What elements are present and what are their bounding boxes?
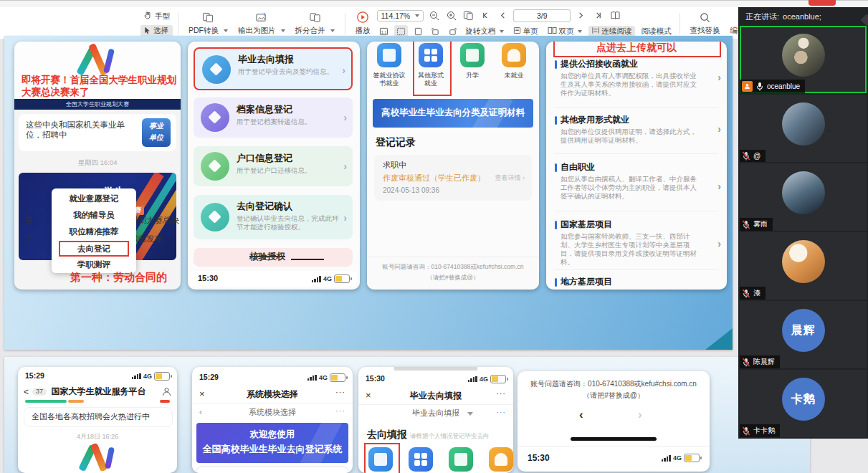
edit-content-button[interactable]: 编辑内容 — [725, 11, 739, 36]
pdf-page-4: 15:29 4G < 37 国家大学生就业服务平台 全国各地各高校招聘会火热进行… — [4, 357, 810, 473]
select-tool-button[interactable]: 选择 — [140, 25, 173, 37]
menu-item: 学职测评 — [52, 259, 136, 269]
handwritten-annotation: 第一种：劳动合同的 — [70, 271, 167, 285]
avatar — [782, 102, 825, 145]
find-replace-button[interactable]: 查找替换 — [685, 11, 725, 36]
participant-tile[interactable]: 雾雨 — [740, 163, 867, 231]
prev-page-button[interactable] — [496, 9, 510, 22]
participant-tile[interactable]: oceanblue — [740, 26, 867, 93]
export-image-button[interactable]: 输出为图片 — [233, 11, 290, 36]
menu-item: 就业意愿登记 — [52, 194, 136, 204]
screenshot-phone-modules: 毕业去向填报 用于登记毕业去向及签约信息。 › 档案信息登记 用于登记档案转递信… — [188, 42, 360, 290]
svg-text:1:1: 1:1 — [381, 29, 386, 34]
home-indicator — [571, 437, 657, 441]
zoom-level-select[interactable]: 114.17% — [377, 10, 424, 22]
banner-strip: 全国大学生职业规划大赛 — [14, 99, 181, 110]
play-button[interactable]: 播放 — [350, 11, 376, 36]
split-merge-button[interactable]: 拆分合并 — [290, 11, 340, 36]
news-item-text: 这些中央和国家机关事业单位，招聘中 — [26, 120, 133, 140]
zoom-out-button[interactable] — [427, 9, 441, 22]
participant-tile[interactable]: 晨辉 陈晨辉 — [740, 301, 867, 368]
household-icon — [201, 152, 229, 181]
module-card: 档案信息登记 用于登记档案转递信息。 › — [194, 97, 353, 138]
export-image-icon — [255, 11, 267, 24]
confirm-icon — [201, 203, 229, 231]
battery-icon — [684, 454, 700, 462]
unemployed-app-icon — [489, 447, 513, 472]
further-study-app-icon — [449, 447, 473, 472]
mic-muted-icon — [742, 151, 750, 161]
news-badge: 事业单位 — [142, 118, 171, 147]
participant-name-label: 卡卡鹅 — [740, 424, 780, 437]
continuous-read-icon — [591, 27, 600, 36]
window-close-button[interactable] — [809, 0, 836, 6]
participant-name-label: oceanblue — [740, 80, 805, 93]
pdf-canvas[interactable]: 即将开赛！首届全国大学生职业规划 大赛总决赛来了 全国大学生职业规划大赛 这些中… — [0, 40, 738, 473]
signal-icon — [312, 276, 321, 282]
mic-muted-icon — [742, 289, 750, 298]
hand-icon — [143, 11, 153, 22]
slide-corner-decoration — [705, 328, 733, 350]
menu-item: 职位精准推荐 — [52, 226, 136, 236]
support-footer: 账号问题请咨询：010-67410388或kefu#chsi.com.cn — [367, 263, 539, 271]
chevron-right-icon: › — [343, 161, 347, 173]
section-title: 去向填报 — [367, 429, 407, 441]
more-icon: ··· — [496, 389, 506, 399]
chevron-right-icon: › — [343, 212, 347, 225]
phone-status-bar: 15:30 4G — [191, 271, 357, 287]
double-page-icon — [548, 27, 557, 36]
chat-title: 国家大学生就业服务平台 — [47, 386, 151, 397]
more-icon: ··· — [335, 406, 345, 416]
dropdown-caret-icon — [467, 412, 473, 416]
book-view-icon[interactable] — [609, 9, 622, 22]
page-indicator[interactable]: 3/9 — [513, 9, 571, 22]
host-badge-icon — [742, 81, 753, 92]
first-page-button[interactable] — [479, 9, 492, 22]
zoom-in-button[interactable] — [444, 9, 458, 22]
mic-muted-icon — [742, 220, 750, 229]
signal-icon — [307, 375, 317, 381]
signal-icon — [468, 376, 477, 382]
participant-name-label: 漆 — [740, 287, 766, 300]
annotation-box — [413, 42, 452, 96]
search-icon — [700, 11, 710, 24]
screenshot-phone-welcome: 15:29 4G × 系统模块选择 ··· ‹ 系统模块选择 ··· 欢迎您使用 — [192, 367, 353, 473]
participant-tile[interactable]: @ — [740, 95, 867, 162]
module-card: 去向登记确认 登记确认毕业去向信息，完成此环节才能进行核验授权。 › — [194, 195, 353, 239]
graduation-cap-icon — [202, 55, 231, 84]
screenshot-phone-home: 15:29 4G < 37 国家大学生就业服务平台 全国各地各高校招聘会火热进行… — [18, 367, 177, 473]
battery-icon — [490, 375, 506, 383]
annotation-box — [364, 443, 400, 473]
close-icon: × — [366, 390, 371, 401]
chevron-right-icon: › — [343, 112, 347, 125]
support-footer: 账号问题请咨询：010-67410388或kefu#chsi.com.cn — [518, 380, 710, 389]
agreement-app-icon — [377, 43, 401, 67]
avatar — [782, 34, 825, 77]
mic-muted-icon — [742, 426, 750, 436]
menu-item-highlighted: 去向登记 — [59, 241, 129, 257]
screenshot-phone-fill: 15:30 4G × 毕业去向填报 ··· 毕业去向填报 ··· 去向填报 请根… — [358, 367, 513, 473]
extract-pages-icon[interactable] — [462, 9, 475, 22]
view-detail-link: 查看详情 › — [495, 174, 525, 182]
chevron-right-icon: › — [342, 64, 345, 77]
last-page-button[interactable] — [591, 9, 605, 22]
next-page-button[interactable] — [574, 9, 588, 22]
module-card: 毕业去向填报 用于登记毕业去向及签约信息。 › — [194, 47, 353, 90]
nav-title: 毕业去向填报 — [386, 391, 486, 401]
participant-tile[interactable]: 漆 — [740, 232, 867, 300]
module-card: 户口信息登记 用于登记户口迁移信息。 › — [194, 146, 353, 186]
nav-back-chevron: ‹ — [579, 407, 583, 422]
battery-icon — [154, 372, 170, 381]
chevron-right-icon: › — [717, 72, 721, 85]
pdf-convert-button[interactable]: PDF转换 — [183, 11, 233, 36]
meeting-panel: 正在讲话:oceanblue; oceanblue @ — [738, 7, 868, 439]
chevron-right-icon: › — [717, 181, 721, 194]
participant-tile[interactable]: 卡鹅 卡卡鹅 — [740, 370, 867, 437]
avatar: 晨辉 — [782, 309, 825, 352]
contact-icon — [162, 386, 171, 396]
pdf-convert-icon — [202, 11, 214, 24]
screenshot-phone-chat: 即将开赛！首届全国大学生职业规划 大赛总决赛来了 全国大学生职业规划大赛 这些中… — [14, 42, 181, 290]
single-page-icon — [513, 27, 521, 36]
signal-icon — [132, 373, 141, 379]
hand-tool-button[interactable]: 手型 — [140, 10, 173, 22]
